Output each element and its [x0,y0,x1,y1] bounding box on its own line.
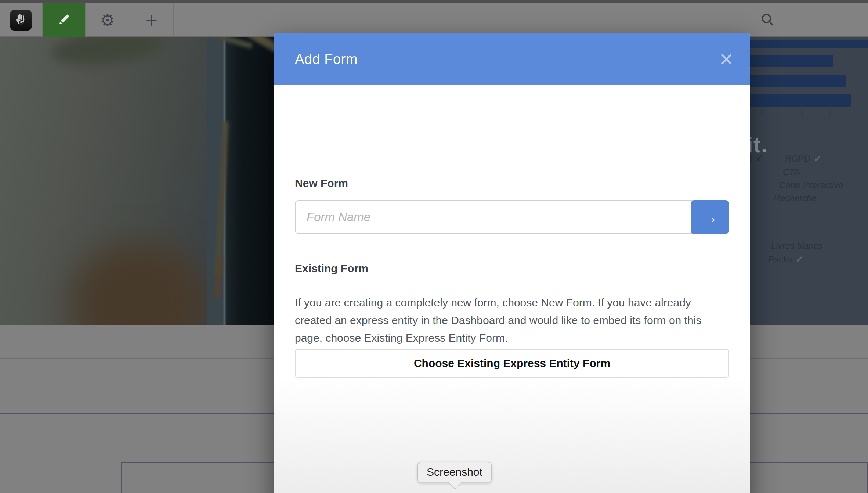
dialog-header: Add Form [274,33,750,85]
existing-form-heading: Existing Form [295,262,368,275]
settings-button[interactable]: ⚙ [86,3,129,37]
search-icon [759,11,775,29]
add-content-button[interactable]: + [130,3,173,37]
bg-nav-label: Packs [768,254,793,264]
bg-nav-item: RGPD✓ [785,154,822,164]
plant-leaves [50,37,167,70]
screenshot-tooltip: Screenshot [417,462,492,482]
hero-photo [0,37,274,325]
photo-brown-blur [70,242,209,325]
concrete5-logo-button[interactable] [10,10,32,31]
bg-checklist-fragment: t ✓ [749,152,763,164]
hero-axis-tick [761,109,762,115]
toolbar-divider [744,3,744,37]
check-icon: ✓ [814,154,822,163]
concrete5-hand-icon [14,12,28,28]
pencil-icon [56,11,72,29]
hero-axis-tick [802,109,803,115]
existing-form-description: If you are creating a completely new for… [295,294,729,347]
bg-nav-label: CTA [782,167,800,177]
close-button[interactable] [717,50,735,68]
new-form-heading: New Form [295,177,348,190]
search-button[interactable] [745,3,789,37]
bg-nav-label: RGPD [785,154,811,163]
close-icon [720,53,733,65]
arrow-right-icon: → [702,208,718,226]
add-form-dialog: Add Form New Form → Existing Form If you… [274,33,750,493]
bg-nav-label: Livres blancs [771,241,823,251]
bg-nav-label: Carte interactive [779,180,844,190]
dialog-title: Add Form [295,51,358,67]
gear-icon: ⚙ [100,12,115,29]
bg-nav-item: Packs✓ [768,254,804,265]
check-icon: ✓ [795,254,804,264]
screen: ⚙ + it. t ✓ [0,0,868,493]
bg-nav-item: CTA [782,167,800,177]
bg-nav-item: Livres blancs [771,241,823,251]
new-form-input-row: → [295,200,729,234]
plus-icon: + [145,10,158,31]
toolbar-divider [173,3,174,37]
bg-nav-label: Recherche [774,193,817,203]
hero-axis-tick [829,109,830,115]
bg-nav-item: Recherche [774,193,817,203]
section-divider [295,248,729,248]
form-name-input[interactable] [295,200,694,234]
bg-nav-item: Carte interactive [779,180,844,190]
browser-top-strip [0,0,868,3]
choose-existing-form-button[interactable]: Choose Existing Express Entity Form [295,349,729,378]
edit-mode-button[interactable] [43,3,85,37]
submit-new-form-button[interactable]: → [691,200,729,234]
